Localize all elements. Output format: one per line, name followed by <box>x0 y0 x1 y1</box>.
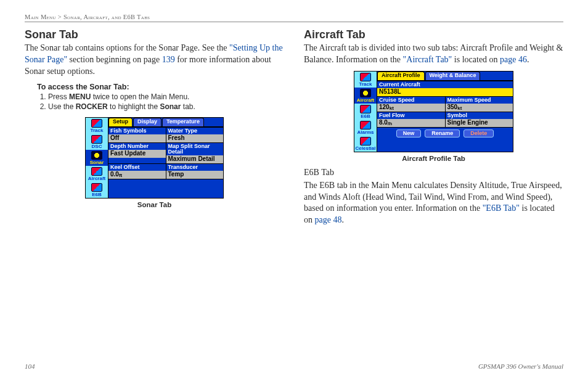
field-label: Depth Number <box>108 143 166 150</box>
field-value: 0.0ft <box>108 171 166 179</box>
field-keel-offset[interactable]: Keel Offset 0.0ft <box>108 164 166 179</box>
text: MENU <box>69 92 91 101</box>
text: 350 <box>447 104 458 110</box>
text: 8.0 <box>379 119 388 126</box>
field-value: 350kt <box>446 104 513 112</box>
sonar-caption: Sonar Tab <box>25 201 284 208</box>
text: The Sonar tab contains options for the S… <box>25 43 229 52</box>
new-button[interactable]: New <box>396 129 422 137</box>
field-value: N5138L <box>377 88 513 96</box>
link-aircraft-tab[interactable]: "Aircraft Tab" <box>403 55 452 64</box>
link-e6b-tab[interactable]: "E6B Tab" <box>483 203 520 213</box>
breadcrumb-right: Sonar, Aircraft, and E6B Tabs <box>63 14 150 20</box>
field-value: 120kt <box>377 104 445 112</box>
text: ROCKER <box>76 102 108 111</box>
text: . <box>527 55 529 64</box>
field-value: 8.0/h <box>377 119 445 127</box>
field-value: Maximum Detail <box>166 155 224 163</box>
link-page-139[interactable]: 139 <box>162 55 175 64</box>
sidebar-item-label: E6B <box>92 192 102 197</box>
field-label: Transducer <box>166 164 224 171</box>
e6b-paragraph: The E6B tab in the Main Menu calculates … <box>304 180 563 227</box>
field-current-aircraft[interactable]: Current Aircraft N5138L <box>377 81 513 96</box>
sidebar-item-label: Sonar <box>90 160 104 165</box>
field-value: Fresh <box>166 134 224 142</box>
field-label: Fuel Flow <box>377 112 445 119</box>
alarms-icon <box>360 121 371 129</box>
text: . <box>341 215 344 224</box>
field-label: Keel Offset <box>108 164 166 171</box>
text: Sonar <box>160 102 181 111</box>
unit: kt <box>390 105 394 111</box>
text: Press <box>48 92 69 101</box>
aircraft-icon <box>91 167 102 176</box>
rename-button[interactable]: Rename <box>425 129 460 137</box>
aircraft-caption: Aircraft Profile Tab <box>304 155 563 162</box>
field-map-split-sonar-detail[interactable]: Map Split Sonar Detail Maximum Detail <box>166 143 224 163</box>
link-page-46[interactable]: page 46 <box>500 55 527 64</box>
sidebar-item-track[interactable]: Track <box>354 72 377 88</box>
sidebar-item-aircraft[interactable]: Aircraft <box>86 166 108 182</box>
text: Use the <box>48 102 76 111</box>
aircraft-screenshot: Track Aircraft E6B Alarms Celestial Airc… <box>354 71 513 152</box>
field-depth-number[interactable]: Depth Number Fast Update <box>108 143 166 163</box>
field-fish-symbols[interactable]: Fish Symbols Off <box>108 128 166 142</box>
page-number: 104 <box>25 363 35 370</box>
field-maximum-speed[interactable]: Maximum Speed 350kt <box>446 97 513 112</box>
text: to highlight the <box>108 102 160 111</box>
text: section beginning on page <box>70 55 162 64</box>
sidebar-item-track[interactable]: Track <box>86 118 108 134</box>
sidebar-item-label: Track <box>91 128 104 133</box>
e6b-heading: E6B Tab <box>304 167 563 179</box>
sidebar-item-e6b[interactable]: E6B <box>354 104 377 120</box>
field-transducer[interactable]: Transducer Temp <box>166 164 224 179</box>
link-page-48[interactable]: page 48 <box>315 215 342 224</box>
sidebar-item-label: E6B <box>361 114 370 119</box>
track-icon <box>91 119 102 128</box>
sidebar-item-e6b[interactable]: E6B <box>86 182 108 198</box>
field-cruise-speed[interactable]: Cruise Speed 120kt <box>377 97 446 112</box>
field-water-type[interactable]: Water Type Fresh <box>166 128 224 142</box>
sidebar-item-aircraft[interactable]: Aircraft <box>354 88 377 104</box>
sidebar-item-label: Aircraft <box>357 98 374 103</box>
left-column: Sonar Tab The Sonar tab contains options… <box>25 26 284 231</box>
aircraft-tabs: Aircraft Profile Weight & Balance <box>377 72 513 81</box>
manual-title: GPSMAP 396 Owner's Manual <box>478 363 563 370</box>
tab-display[interactable]: Display <box>133 118 161 126</box>
sonar-panel: Setup Display Temperature Fish Symbols O… <box>108 118 223 198</box>
sidebar-item-alarms[interactable]: Alarms <box>354 120 377 136</box>
field-label: Water Type <box>166 128 224 134</box>
sonar-intro: The Sonar tab contains options for the S… <box>25 43 284 78</box>
aircraft-intro: The Aircraft tab is divided into two sub… <box>304 43 563 66</box>
sonar-tabs: Setup Display Temperature <box>108 118 223 127</box>
field-fuel-flow[interactable]: Fuel Flow 8.0/h <box>377 112 446 127</box>
sidebar-item-sonar[interactable]: Sonar <box>86 150 108 166</box>
sidebar-item-dsc[interactable]: DSC <box>86 134 108 150</box>
delete-button[interactable]: Delete <box>463 129 494 137</box>
tab-weight-balance[interactable]: Weight & Balance <box>425 72 481 80</box>
text: 0.0 <box>110 171 119 178</box>
field-label: Current Aircraft <box>377 81 513 88</box>
field-label: Map Split Sonar Detail <box>166 143 224 155</box>
text: is located on <box>454 55 500 64</box>
e6b-icon <box>360 105 371 113</box>
sonar-icon <box>91 151 102 160</box>
sonar-screenshot: Track DSC Sonar Aircraft E6B Setup Displ… <box>85 117 224 199</box>
text: 120 <box>379 104 390 110</box>
unit: kt <box>457 105 462 111</box>
tab-aircraft-profile[interactable]: Aircraft Profile <box>377 72 425 80</box>
sidebar-item-label: DSC <box>92 144 102 149</box>
field-label: Cruise Speed <box>377 97 445 104</box>
sonar-sidebar: Track DSC Sonar Aircraft E6B <box>86 118 108 198</box>
unit: ft <box>119 173 122 178</box>
sidebar-item-celestial[interactable]: Celestial <box>354 136 377 152</box>
aircraft-icon <box>360 89 371 97</box>
field-value: Off <box>108 134 166 142</box>
aircraft-heading: Aircraft Tab <box>304 28 563 41</box>
field-symbol[interactable]: Symbol Single Engine <box>446 112 513 127</box>
field-value: Fast Update <box>108 150 166 158</box>
e6b-icon <box>91 183 102 192</box>
tab-temperature[interactable]: Temperature <box>162 118 204 126</box>
field-label: Maximum Speed <box>446 97 513 104</box>
tab-setup[interactable]: Setup <box>108 118 133 126</box>
